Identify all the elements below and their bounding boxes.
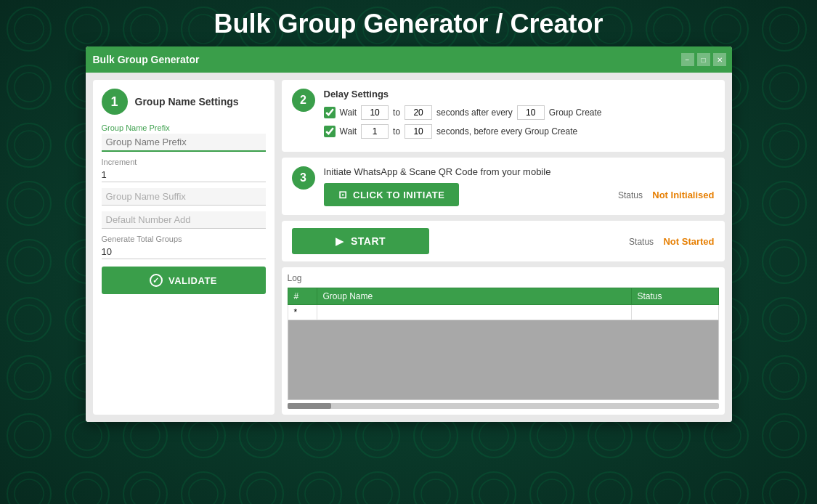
start-label: START xyxy=(351,235,386,247)
step2-circle: 2 xyxy=(292,89,315,112)
suffix-field-group xyxy=(102,188,266,206)
delay1-to-input[interactable] xyxy=(405,105,432,120)
step1-header: 1 Group Name Settings xyxy=(102,89,266,115)
delay1-to-label: to xyxy=(393,107,400,118)
log-table-header-row: # Group Name Status xyxy=(288,288,718,305)
prefix-field-group: Group Name Prefix xyxy=(102,123,266,152)
total-groups-label: Generate Total Groups xyxy=(102,235,266,243)
validate-label: VALIDATE xyxy=(168,275,217,286)
delay2-to-input[interactable] xyxy=(405,124,432,139)
app-body: 1 Group Name Settings Group Name Prefix … xyxy=(86,73,732,422)
step3-inner: 3 Initiate WhatsApp & Scane QR Code from… xyxy=(292,166,715,206)
delay2-suffix: seconds, before every Group Create xyxy=(436,126,577,137)
start-button[interactable]: ▶ START xyxy=(292,228,430,254)
log-col-status: Status xyxy=(631,288,718,305)
table-row: * xyxy=(288,305,718,320)
delay1-end: Group Create xyxy=(549,107,602,118)
start-status-area: Status Not Started xyxy=(629,235,714,248)
prefix-input[interactable] xyxy=(102,134,266,152)
step3-status-area: Status Not Initialised xyxy=(618,188,715,201)
close-button[interactable]: ✕ xyxy=(713,53,726,66)
window-controls: − □ ✕ xyxy=(681,53,726,66)
step3-circle: 3 xyxy=(292,166,315,190)
left-panel: 1 Group Name Settings Group Name Prefix … xyxy=(93,80,275,415)
log-col-group-name: Group Name xyxy=(317,288,631,305)
log-row-group-name xyxy=(317,305,631,320)
log-section: Log # Group Name Status * xyxy=(282,267,725,415)
step3-card: 3 Initiate WhatsApp & Scane QR Code from… xyxy=(282,158,725,215)
step1-title: Group Name Settings xyxy=(135,96,239,107)
initiate-row: ⊡ CLICK TO INITIATE Status Not Initialis… xyxy=(324,183,715,206)
total-groups-field-group: Generate Total Groups xyxy=(102,235,266,259)
log-gray-area xyxy=(288,320,719,400)
log-label: Log xyxy=(288,273,719,283)
delay1-from-input[interactable] xyxy=(361,105,389,120)
delay2-from-input[interactable] xyxy=(361,124,389,139)
delay-row-2: Wait to seconds, before every Group Crea… xyxy=(324,124,715,139)
log-row-status xyxy=(631,305,718,320)
start-status-value: Not Started xyxy=(663,236,714,247)
title-bar: Bulk Group Generator − □ ✕ xyxy=(86,46,732,73)
suffix-input[interactable] xyxy=(102,188,266,206)
minimize-button[interactable]: − xyxy=(681,53,694,66)
initiate-label: CLICK TO INITIATE xyxy=(353,190,444,200)
step3-status-value: Not Initialised xyxy=(652,190,714,200)
delay-row-1: Wait to seconds after every Group Create xyxy=(324,105,715,120)
log-scrollbar-thumb xyxy=(288,403,331,409)
delay2-to-label: to xyxy=(393,126,400,137)
default-number-input[interactable] xyxy=(102,211,266,229)
right-panel: 2 Delay Settings Wait to seconds after e… xyxy=(282,80,725,415)
step3-status-label: Status xyxy=(618,190,643,200)
maximize-button[interactable]: □ xyxy=(697,53,710,66)
log-col-hash: # xyxy=(288,288,317,305)
delay1-suffix: seconds after every xyxy=(436,107,513,118)
step1-circle: 1 xyxy=(102,89,128,115)
window-title: Bulk Group Generator xyxy=(93,54,200,65)
initiate-button[interactable]: ⊡ CLICK TO INITIATE xyxy=(324,183,460,206)
delay2-checkbox[interactable] xyxy=(324,126,336,137)
increment-field-group: Increment xyxy=(102,158,266,182)
initiate-icon: ⊡ xyxy=(338,189,348,200)
delay1-every-input[interactable] xyxy=(517,105,545,120)
step3-content: Initiate WhatsApp & Scane QR Code from y… xyxy=(324,166,715,206)
log-scrollbar[interactable] xyxy=(288,403,719,409)
step2-content: Delay Settings Wait to seconds after eve… xyxy=(324,89,715,143)
delay1-wait-label: Wait xyxy=(340,107,357,118)
start-section: ▶ START Status Not Started xyxy=(282,221,725,261)
validate-check-icon: ✓ xyxy=(150,274,163,287)
delay2-wait-label: Wait xyxy=(340,126,357,137)
increment-label: Increment xyxy=(102,158,266,166)
initiate-description: Initiate WhatsApp & Scane QR Code from y… xyxy=(324,166,715,177)
default-number-field-group xyxy=(102,211,266,229)
increment-input[interactable] xyxy=(102,168,266,182)
log-table: # Group Name Status * xyxy=(288,288,719,320)
start-status-label: Status xyxy=(629,237,654,247)
log-row-id: * xyxy=(288,305,317,320)
delay1-checkbox[interactable] xyxy=(324,107,336,118)
total-groups-input[interactable] xyxy=(102,245,266,259)
page-title: Bulk Group Generator / Creator xyxy=(214,9,603,39)
step2-heading: Delay Settings xyxy=(324,89,715,99)
app-window: Bulk Group Generator − □ ✕ 1 Group Name … xyxy=(86,46,732,422)
step2-inner: 2 Delay Settings Wait to seconds after e… xyxy=(292,89,715,143)
step2-card: 2 Delay Settings Wait to seconds after e… xyxy=(282,80,725,152)
prefix-label: Group Name Prefix xyxy=(102,123,266,132)
log-table-wrapper: # Group Name Status * xyxy=(288,288,719,400)
validate-button[interactable]: ✓ VALIDATE xyxy=(102,267,266,294)
play-icon: ▶ xyxy=(336,235,344,247)
